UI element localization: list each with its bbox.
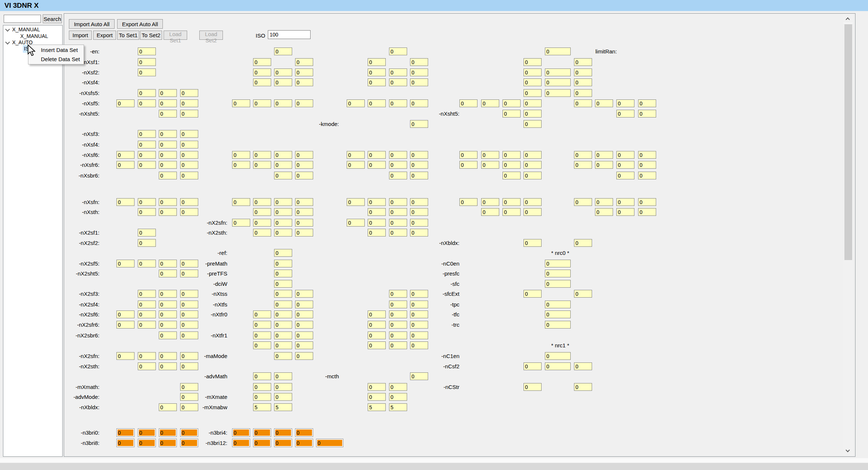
- value-field[interactable]: [274, 172, 292, 179]
- value-field[interactable]: [503, 161, 521, 169]
- value-field[interactable]: [616, 151, 634, 159]
- value-field[interactable]: [159, 208, 177, 216]
- orange-value-field[interactable]: [295, 428, 313, 437]
- value-field[interactable]: [410, 161, 428, 169]
- value-field[interactable]: [595, 99, 613, 107]
- value-field[interactable]: [295, 311, 313, 318]
- value-field[interactable]: [595, 198, 613, 206]
- value-field[interactable]: [503, 151, 521, 159]
- export-auto-all-button[interactable]: Export Auto All: [117, 19, 163, 29]
- value-field[interactable]: [159, 99, 177, 107]
- value-field[interactable]: [481, 99, 499, 107]
- value-field[interactable]: [545, 270, 571, 277]
- value-field[interactable]: [574, 161, 592, 169]
- value-field[interactable]: [180, 321, 198, 329]
- vertical-scrollbar-thumb[interactable]: [844, 24, 852, 260]
- value-field[interactable]: [159, 198, 177, 206]
- value-field[interactable]: [232, 219, 250, 227]
- value-field[interactable]: [116, 260, 134, 267]
- value-field[interactable]: [253, 403, 271, 411]
- value-field[interactable]: [274, 69, 292, 76]
- value-field[interactable]: [503, 99, 521, 107]
- value-field[interactable]: [368, 58, 386, 66]
- value-field[interactable]: [274, 393, 292, 401]
- value-field[interactable]: [180, 130, 198, 138]
- value-field[interactable]: [159, 362, 177, 370]
- value-field[interactable]: [368, 208, 386, 216]
- value-field[interactable]: [232, 161, 250, 169]
- value-field[interactable]: [295, 341, 313, 349]
- value-field[interactable]: [274, 99, 292, 107]
- value-field[interactable]: [159, 321, 177, 329]
- value-field[interactable]: [574, 198, 592, 206]
- value-field[interactable]: [574, 239, 592, 247]
- value-field[interactable]: [368, 219, 386, 227]
- value-field[interactable]: [638, 208, 656, 216]
- value-field[interactable]: [524, 362, 542, 370]
- value-field[interactable]: [253, 393, 271, 401]
- value-field[interactable]: [524, 120, 542, 128]
- value-field[interactable]: [410, 78, 428, 86]
- value-field[interactable]: [253, 229, 271, 236]
- value-field[interactable]: [295, 301, 313, 308]
- value-field[interactable]: [368, 332, 386, 339]
- value-field[interactable]: [138, 89, 156, 97]
- value-field[interactable]: [295, 151, 313, 159]
- value-field[interactable]: [368, 229, 386, 236]
- value-field[interactable]: [138, 99, 156, 107]
- value-field[interactable]: [159, 141, 177, 148]
- value-field[interactable]: [180, 362, 198, 370]
- orange-value-field[interactable]: [295, 439, 313, 447]
- value-field[interactable]: [638, 110, 656, 118]
- value-field[interactable]: [410, 120, 428, 128]
- value-field[interactable]: [180, 151, 198, 159]
- value-field[interactable]: [524, 383, 542, 391]
- value-field[interactable]: [274, 249, 292, 257]
- value-field[interactable]: [116, 151, 134, 159]
- value-field[interactable]: [524, 239, 542, 247]
- value-field[interactable]: [274, 352, 292, 360]
- value-field[interactable]: [274, 280, 292, 288]
- value-field[interactable]: [389, 403, 407, 411]
- value-field[interactable]: [138, 161, 156, 169]
- value-field[interactable]: [116, 198, 134, 206]
- value-field[interactable]: [159, 130, 177, 138]
- value-field[interactable]: [524, 151, 542, 159]
- value-field[interactable]: [116, 311, 134, 318]
- value-field[interactable]: [410, 198, 428, 206]
- value-field[interactable]: [347, 161, 365, 169]
- value-field[interactable]: [253, 219, 271, 227]
- value-field[interactable]: [180, 161, 198, 169]
- value-field[interactable]: [159, 89, 177, 97]
- value-field[interactable]: [389, 229, 407, 236]
- value-field[interactable]: [116, 99, 134, 107]
- value-field[interactable]: [545, 362, 571, 370]
- value-field[interactable]: [159, 110, 177, 118]
- value-field[interactable]: [524, 110, 542, 118]
- value-field[interactable]: [503, 172, 521, 179]
- value-field[interactable]: [253, 341, 271, 349]
- value-field[interactable]: [574, 69, 592, 76]
- value-field[interactable]: [159, 161, 177, 169]
- value-field[interactable]: [389, 161, 407, 169]
- value-field[interactable]: [389, 78, 407, 86]
- value-field[interactable]: [116, 321, 134, 329]
- value-field[interactable]: [274, 403, 292, 411]
- value-field[interactable]: [545, 260, 571, 267]
- value-field[interactable]: [410, 69, 428, 76]
- value-field[interactable]: [138, 48, 156, 55]
- value-field[interactable]: [274, 229, 292, 236]
- value-field[interactable]: [410, 172, 428, 179]
- value-field[interactable]: [159, 151, 177, 159]
- value-field[interactable]: [503, 208, 521, 216]
- value-field[interactable]: [524, 161, 542, 169]
- value-field[interactable]: [180, 172, 198, 179]
- value-field[interactable]: [295, 78, 313, 86]
- value-field[interactable]: [116, 161, 134, 169]
- value-field[interactable]: [616, 110, 634, 118]
- value-field[interactable]: [180, 141, 198, 148]
- orange-value-field[interactable]: [232, 428, 250, 437]
- value-field[interactable]: [253, 161, 271, 169]
- value-field[interactable]: [545, 321, 571, 329]
- value-field[interactable]: [389, 198, 407, 206]
